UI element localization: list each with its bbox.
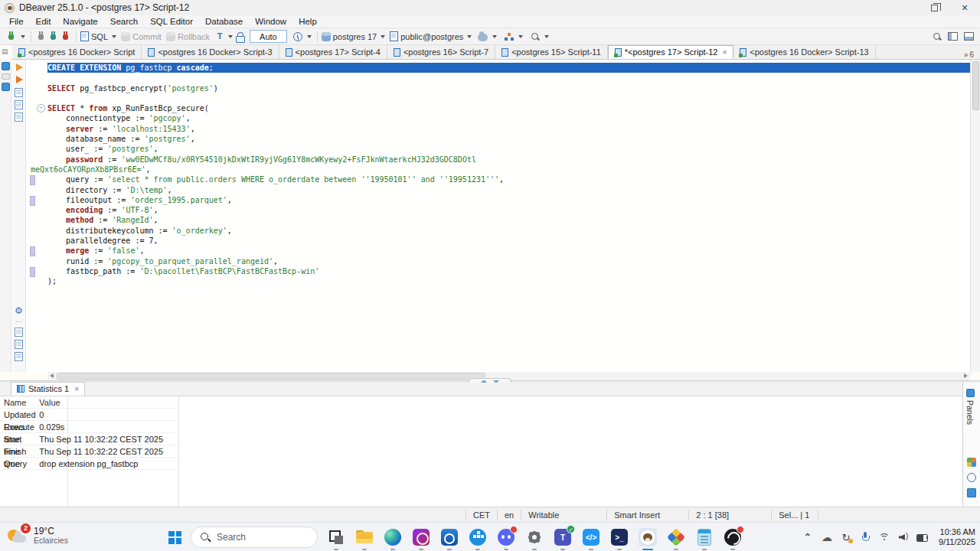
menu-item-file[interactable]: File <box>3 16 30 27</box>
script-doc-icon-2[interactable] <box>15 340 23 349</box>
sync-icon[interactable]: ↻ <box>840 531 852 543</box>
scroll-right-arrow[interactable] <box>964 373 968 378</box>
output-panel-icon[interactable] <box>15 112 23 122</box>
stats-row[interactable]: Querydrop extension pg_fastbcp <box>0 458 178 470</box>
code-line[interactable]: meQxt6oCAYORpnXb8PBsr6E=', <box>26 165 970 174</box>
code-area[interactable]: CREATE EXTENSION pg_fastbcp cascade;SELE… <box>26 60 970 372</box>
editor-settings-gear-icon[interactable]: ⚙ <box>15 306 24 315</box>
code-line[interactable]: query := 'select * from public.orders WH… <box>26 174 970 184</box>
close-window-button[interactable]: ✕ <box>949 0 980 15</box>
start-button[interactable] <box>168 531 181 544</box>
status-item-4[interactable]: 2 : 1 [38] <box>688 510 771 520</box>
code-line[interactable]: fastbcp_path := 'D:\pacollet\FastBCP\Fas… <box>26 266 970 276</box>
code-line[interactable]: user_ := 'postgres', <box>26 144 970 154</box>
menu-item-database[interactable]: Database <box>199 16 249 27</box>
cloud-dropdown[interactable] <box>492 35 497 38</box>
sql-dropdown[interactable] <box>112 35 116 38</box>
editor-tab-5[interactable]: *<postgres 17> Script-12× <box>608 45 734 59</box>
network-dropdown[interactable] <box>518 35 523 38</box>
weather-widget[interactable]: 2 19°C Eclaircies <box>6 525 68 546</box>
microphone-icon[interactable] <box>859 531 871 543</box>
network-profiles-icon[interactable] <box>505 32 514 41</box>
editor-tab-2[interactable]: <postgres 17> Script-4 <box>279 45 387 59</box>
code-line[interactable]: database_name := 'postgres', <box>26 134 970 144</box>
file-explorer-icon[interactable] <box>355 528 374 546</box>
statistics-panel-icon[interactable] <box>15 100 23 109</box>
perspective-left-icon[interactable] <box>948 32 958 41</box>
script-doc-icon-3[interactable] <box>15 352 23 361</box>
statistics-tab[interactable]: Statistics 1 × <box>11 382 85 396</box>
perspective-bottom-icon[interactable] <box>964 32 974 41</box>
stats-row[interactable]: Execute time0.029s <box>0 421 178 433</box>
reconnect-icon[interactable] <box>49 31 58 41</box>
code-line[interactable]: server := 'localhost:15433', <box>26 124 970 134</box>
docker-icon[interactable] <box>469 528 487 546</box>
statistics-grid[interactable]: NameValueUpdated Rows0Execute time0.029s… <box>0 396 962 507</box>
powershell-icon[interactable]: >_ <box>610 528 629 546</box>
scroll-left-arrow[interactable] <box>50 373 54 378</box>
obs-icon[interactable] <box>724 528 742 546</box>
schema-dropdown[interactable] <box>467 35 472 38</box>
task-view-icon[interactable] <box>327 528 345 546</box>
sql-editor-button[interactable]: SQL <box>78 31 119 42</box>
editor-tab-1[interactable]: <postgres 16 Docker> Script-3 <box>142 45 279 59</box>
notepad-icon[interactable] <box>695 528 714 546</box>
code-line[interactable]: fileoutput := 'orders_1995.parquet', <box>26 195 970 205</box>
code-line[interactable]: merge := 'false', <box>26 246 970 256</box>
menu-item-help[interactable]: Help <box>292 16 323 27</box>
settings-icon[interactable] <box>525 528 544 546</box>
tab-close-icon[interactable]: × <box>722 48 727 57</box>
code-line[interactable]: ); <box>26 276 970 286</box>
stats-row[interactable]: Finish timeThu Sep 11 10:32:22 CEST 2025 <box>0 445 178 458</box>
transaction-mode-icon[interactable]: T <box>216 31 224 41</box>
code-line[interactable]: encoding := 'UTF-8', <box>26 205 970 215</box>
new-connection-icon[interactable] <box>7 31 16 41</box>
menu-item-edit[interactable]: Edit <box>30 16 57 27</box>
stats-row[interactable]: Start timeThu Sep 11 10:32:22 CEST 2025 <box>0 433 178 445</box>
purple-app-icon[interactable] <box>412 528 430 546</box>
onedrive-icon[interactable]: ☁ <box>821 531 833 543</box>
transaction-log-icon[interactable] <box>293 32 302 41</box>
new-connection-dropdown[interactable] <box>21 35 25 38</box>
panels-toggle[interactable]: Panels <box>965 389 975 425</box>
code-line[interactable]: method := 'RangeId', <box>26 215 970 225</box>
transaction-log-dropdown[interactable] <box>307 35 312 38</box>
outlook-icon[interactable] <box>440 528 459 546</box>
status-item-0[interactable]: CET <box>466 510 497 520</box>
taskbar-search[interactable]: Search <box>191 527 318 548</box>
explain-plan-icon[interactable] <box>15 88 23 97</box>
script-doc-icon-1[interactable] <box>15 328 23 337</box>
wifi-icon[interactable] <box>878 531 890 543</box>
restore-panel-icon[interactable] <box>2 83 10 91</box>
menu-item-window[interactable]: Window <box>249 16 292 27</box>
title-bar[interactable]: DBeaver 25.1.0 - <postgres 17> Script-12… <box>0 0 980 15</box>
editor-tab-0[interactable]: <postgres 16 Docker> Script <box>12 45 142 59</box>
editor-tab-3[interactable]: <postgres 16> Script-7 <box>387 45 495 59</box>
taskbar-clock[interactable]: 10:36 AM 9/11/2025 <box>936 527 975 547</box>
restore-window-button[interactable] <box>919 0 949 15</box>
status-item-2[interactable]: Writable <box>521 510 606 520</box>
status-item-5[interactable]: Sel... | 1 <box>771 510 818 520</box>
editor-vertical-scrollbar[interactable] <box>970 60 980 372</box>
fold-toggle-icon[interactable] <box>26 103 47 113</box>
cloud-navigator-icon[interactable] <box>478 34 488 41</box>
quick-access-search-icon[interactable] <box>933 32 942 41</box>
grid-panel-icon[interactable] <box>967 488 976 497</box>
status-item-3[interactable]: Smart Insert <box>606 510 688 520</box>
colorful-app-icon[interactable] <box>667 528 685 546</box>
vscroll-thumb[interactable] <box>972 61 979 110</box>
restore-database-navigator-icon[interactable] <box>2 62 10 70</box>
code-line[interactable]: SELECT * from xp_RunFastBcp_secure( <box>26 103 970 113</box>
code-line[interactable]: connectiontype := 'pgcopy', <box>26 113 970 123</box>
code-line[interactable]: paralleldegree := 7, <box>26 236 970 246</box>
code-line[interactable]: SELECT pg_fastbcp_encrypt('postgres') <box>26 83 970 93</box>
menu-item-navigate[interactable]: Navigate <box>57 16 103 27</box>
battery-icon[interactable] <box>916 531 929 543</box>
status-item-1[interactable]: en <box>497 510 521 520</box>
menu-item-sql-editor[interactable]: SQL Editor <box>144 16 199 27</box>
transaction-dropdown[interactable] <box>228 35 233 38</box>
code-line[interactable]: directory := 'D:\temp', <box>26 185 970 195</box>
rollback-button[interactable]: Rollback <box>164 31 212 42</box>
statistics-tab-close-icon[interactable]: × <box>74 385 79 393</box>
discord-icon[interactable] <box>497 528 515 546</box>
